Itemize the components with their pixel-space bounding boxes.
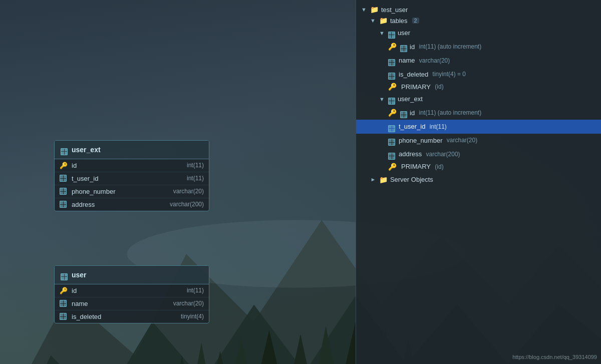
user-ext-table-icon xyxy=(61,144,68,155)
tree-server-objects-label: Server Objects xyxy=(390,176,433,183)
tree-user-table[interactable]: ▼ user xyxy=(356,26,601,40)
tree-tables-node[interactable]: ▼ 📁 tables 2 xyxy=(356,15,601,26)
fk-tree-icon-t-user-id xyxy=(388,121,395,132)
tree-tables-label: tables xyxy=(390,17,408,25)
tree-user-col-name-name: name xyxy=(399,57,415,64)
tree-user-primary-label: PRIMARY xyxy=(401,83,431,91)
col-name-t-user-id: t_user_id xyxy=(72,175,184,182)
table-user-icon xyxy=(388,28,395,39)
user-col-type-id: int(11) xyxy=(187,287,204,294)
tree-user-ext-col-id[interactable]: 🔑 id int(11) (auto increment) xyxy=(356,106,601,120)
col-tree-icon-ext-address xyxy=(388,149,395,160)
user-ext-row-address: address varchar(200) xyxy=(55,198,209,211)
user-col-name-name: name xyxy=(72,300,170,307)
tree-ext-col-phone-type: varchar(20) xyxy=(445,137,477,144)
col-icon-address xyxy=(60,201,69,208)
tree-user-primary-cols: (id) xyxy=(433,83,444,90)
col-tree-icon-ext-phone xyxy=(388,135,395,146)
pk-icon-user-id: 🔑 xyxy=(60,287,69,294)
user-ext-row-id: 🔑 id int(11) xyxy=(55,159,209,172)
tree-user-ext-table-label: user_ext xyxy=(398,95,423,103)
tree-ext-col-address-name: address xyxy=(399,150,422,158)
pk-tree-icon-ext-id: 🔑 xyxy=(388,109,397,117)
tree-ext-col-phone-name: phone_number xyxy=(399,137,442,144)
tree-ext-col-id-type: int(11) (auto increment) xyxy=(417,109,481,116)
user-col-name-is-deleted: is_deleted xyxy=(72,313,178,320)
user-table-header: user xyxy=(55,266,209,284)
col-type-phone: varchar(20) xyxy=(173,188,204,195)
tree-user-ext-col-phone[interactable]: phone_number varchar(20) xyxy=(356,134,601,148)
tree-user-primary[interactable]: 🔑 PRIMARY (id) xyxy=(356,81,601,92)
col-name-address: address xyxy=(72,201,167,208)
key-tree-icon-user-primary: 🔑 xyxy=(388,83,397,91)
tree-user-ext-col-address[interactable]: address varchar(200) xyxy=(356,147,601,161)
tree-user-table-label: user xyxy=(398,29,410,37)
fk-icon-t-user-id xyxy=(60,175,69,182)
user-ext-table-header: user_ext xyxy=(55,141,209,159)
user-ext-table-title: user_ext xyxy=(72,146,101,154)
chevron-user-table-icon: ▼ xyxy=(379,30,385,36)
col-name-id: id xyxy=(72,162,184,169)
col-tree-icon-user-name xyxy=(388,55,395,66)
tree-user-col-is-deleted-name: is_deleted xyxy=(399,71,428,78)
tree-user-col-id-name: id xyxy=(410,43,415,51)
user-col-type-is-deleted: tinyint(4) xyxy=(181,313,204,320)
tree-user-col-id[interactable]: 🔑 id int(11) (auto increment) xyxy=(356,40,601,54)
tree-ext-primary-label: PRIMARY xyxy=(401,163,431,170)
pk-tree-icon-user-id: 🔑 xyxy=(388,43,397,51)
tree-user-ext-table[interactable]: ▼ user_ext xyxy=(356,92,601,106)
tree-user-ext-primary[interactable]: 🔑 PRIMARY (id) xyxy=(356,161,601,172)
user-col-name-id: id xyxy=(72,287,184,294)
user-row-id: 🔑 id int(11) xyxy=(55,284,209,297)
col-icon-phone xyxy=(60,188,69,195)
col-tree-icon-user-id xyxy=(400,42,407,53)
tables-badge: 2 xyxy=(412,18,419,24)
tree-panel: ▼ 📁 test_user ▼ 📁 tables 2 ▼ user 🔑 xyxy=(356,0,601,364)
col-icon-name xyxy=(60,300,69,307)
col-icon-is-deleted xyxy=(60,313,69,320)
tree-root-label: test_user xyxy=(381,6,408,14)
key-tree-icon-ext-primary: 🔑 xyxy=(388,163,397,171)
folder-icon: 📁 xyxy=(370,6,379,14)
user-table-icon xyxy=(61,269,68,280)
user-col-type-name: varchar(20) xyxy=(173,300,204,307)
pk-icon: 🔑 xyxy=(60,162,69,169)
tree-ext-col-address-type: varchar(200) xyxy=(424,151,460,158)
user-ext-table-card: user_ext 🔑 id int(11) t_user_id int(11) … xyxy=(54,140,209,211)
user-row-is-deleted: is_deleted tinyint(4) xyxy=(55,310,209,323)
chevron-tables-icon: ▼ xyxy=(370,18,376,24)
chevron-user-ext-icon: ▼ xyxy=(379,96,385,102)
col-type-id: int(11) xyxy=(187,162,204,169)
canvas-area: user_ext 🔑 id int(11) t_user_id int(11) … xyxy=(0,0,356,364)
tree-user-col-is-deleted-type: tinyint(4) = 0 xyxy=(431,71,466,78)
tree-ext-col-t-user-id-name: t_user_id xyxy=(399,123,425,130)
folder-server-objects-icon: 📁 xyxy=(379,176,388,184)
tree-user-col-name[interactable]: name varchar(20) xyxy=(356,54,601,68)
tree-ext-col-t-user-id-type: int(11) xyxy=(428,123,446,130)
tree-user-ext-col-t-user-id[interactable]: t_user_id int(11) xyxy=(356,120,601,134)
col-name-phone: phone_number xyxy=(72,188,170,195)
col-tree-icon-ext-id xyxy=(400,108,407,119)
user-table-title: user xyxy=(72,271,87,279)
user-row-name: name varchar(20) xyxy=(55,297,209,310)
user-ext-row-phone: phone_number varchar(20) xyxy=(55,185,209,198)
table-user-ext-icon xyxy=(388,94,395,105)
folder-tables-icon: 📁 xyxy=(379,17,388,25)
chevron-server-objects-icon: ▼ xyxy=(370,177,376,182)
col-type-t-user-id: int(11) xyxy=(187,175,204,182)
user-ext-row-t-user-id: t_user_id int(11) xyxy=(55,172,209,185)
chevron-down-icon: ▼ xyxy=(361,7,367,13)
tree-user-col-is-deleted[interactable]: is_deleted tinyint(4) = 0 xyxy=(356,68,601,82)
tree-user-col-id-type: int(11) (auto increment) xyxy=(417,43,481,50)
tree-ext-col-id-name: id xyxy=(410,109,415,117)
col-type-address: varchar(200) xyxy=(170,201,204,208)
tree-user-col-name-type: varchar(20) xyxy=(418,57,450,64)
watermark: https://blog.csdn.net/qq_39314099 xyxy=(512,354,597,360)
col-tree-icon-is-deleted xyxy=(388,69,395,80)
tree-server-objects[interactable]: ▼ 📁 Server Objects xyxy=(356,174,601,185)
tree-root-test-user[interactable]: ▼ 📁 test_user xyxy=(356,4,601,15)
tree-ext-primary-cols: (id) xyxy=(433,163,444,170)
user-table-card: user 🔑 id int(11) name varchar(20) is_de… xyxy=(54,265,209,323)
